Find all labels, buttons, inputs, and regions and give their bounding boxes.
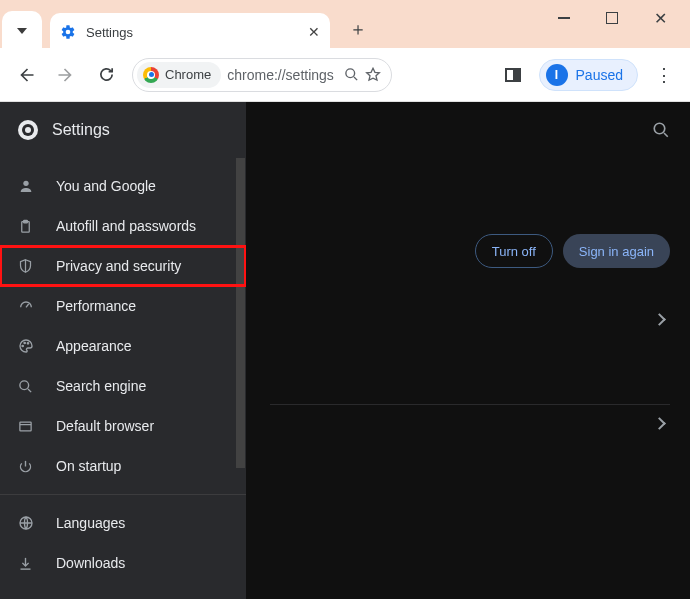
sidebar-item-label: Languages [56, 515, 125, 531]
svg-point-5 [24, 342, 25, 343]
power-icon [18, 459, 38, 474]
turn-off-label: Turn off [492, 244, 536, 259]
sidebar-item-appearance[interactable]: Appearance [0, 326, 246, 366]
sidebar-item-label: Appearance [56, 338, 132, 354]
zoom-icon[interactable] [344, 67, 359, 82]
browser-menu-button[interactable]: ⋮ [650, 61, 678, 89]
sidebar-divider [0, 494, 246, 495]
window-maximize-button[interactable] [600, 6, 624, 30]
sidebar-item-label: Privacy and security [56, 258, 181, 274]
svg-point-10 [654, 123, 665, 134]
download-icon [18, 556, 38, 571]
svg-point-1 [23, 181, 28, 186]
sidebar-item-downloads[interactable]: Downloads [0, 543, 246, 583]
sidebar-item-label: Autofill and passwords [56, 218, 196, 234]
settings-sidebar: Settings You and Google Autofill and pas… [0, 102, 246, 599]
window-minimize-button[interactable] [552, 6, 576, 30]
search-icon [18, 379, 38, 394]
sidebar-item-label: Search engine [56, 378, 146, 394]
sidebar-item-label: You and Google [56, 178, 156, 194]
chrome-logo-icon [143, 67, 159, 83]
sidebar-item-autofill[interactable]: Autofill and passwords [0, 206, 246, 246]
chrome-outline-icon [18, 120, 38, 140]
sidebar-item-label: Default browser [56, 418, 154, 434]
turn-off-button[interactable]: Turn off [475, 234, 553, 268]
palette-icon [18, 338, 38, 354]
paused-label: Paused [576, 67, 623, 83]
svg-point-6 [27, 343, 28, 344]
new-tab-button[interactable]: ＋ [344, 15, 372, 43]
sidebar-item-languages[interactable]: Languages [0, 503, 246, 543]
forward-button[interactable] [52, 61, 80, 89]
svg-point-0 [346, 69, 355, 78]
browser-toolbar: Chrome chrome://settings I Paused ⋮ [0, 48, 690, 102]
svg-point-4 [22, 345, 23, 346]
chevron-right-icon [655, 414, 664, 432]
shield-icon [18, 258, 38, 274]
gear-icon [60, 24, 76, 40]
window-close-button[interactable]: ✕ [648, 6, 672, 30]
chevron-down-icon [17, 28, 27, 34]
content-row-link-1[interactable] [655, 302, 664, 336]
sidebar-header: Settings [0, 102, 246, 158]
sidebar-item-default-browser[interactable]: Default browser [0, 406, 246, 446]
svg-rect-8 [20, 422, 31, 431]
sidebar-item-privacy-security[interactable]: Privacy and security [0, 246, 246, 286]
tab-close-button[interactable]: ✕ [308, 24, 320, 40]
reload-button[interactable] [92, 61, 120, 89]
speedometer-icon [18, 298, 38, 314]
browser-tab-settings[interactable]: Settings ✕ [50, 13, 330, 51]
person-icon [18, 178, 38, 194]
address-bar[interactable]: Chrome chrome://settings [132, 58, 392, 92]
side-panel-icon [505, 68, 521, 82]
settings-content: Turn off Sign in again [246, 102, 690, 599]
tab-list-dropdown[interactable] [2, 11, 42, 51]
bookmark-star-icon[interactable] [365, 67, 381, 83]
sign-in-again-button[interactable]: Sign in again [563, 234, 670, 268]
globe-icon [18, 515, 38, 531]
content-divider [270, 404, 670, 405]
sign-in-again-label: Sign in again [579, 244, 654, 259]
sidebar-item-on-startup[interactable]: On startup [0, 446, 246, 486]
sidebar-item-label: Performance [56, 298, 136, 314]
back-button[interactable] [12, 61, 40, 89]
profile-paused-pill[interactable]: I Paused [539, 59, 638, 91]
url-text: chrome://settings [227, 67, 338, 83]
search-settings-button[interactable] [652, 121, 670, 139]
site-identity-chip[interactable]: Chrome [137, 62, 221, 88]
sidebar-item-you-and-google[interactable]: You and Google [0, 166, 246, 206]
site-identity-label: Chrome [165, 67, 211, 82]
svg-rect-3 [24, 220, 28, 223]
sidebar-title: Settings [52, 121, 110, 139]
content-row-link-2[interactable] [655, 406, 664, 440]
svg-point-7 [20, 380, 29, 389]
sidebar-item-performance[interactable]: Performance [0, 286, 246, 326]
browser-window-icon [18, 419, 38, 434]
sidebar-item-search-engine[interactable]: Search engine [0, 366, 246, 406]
sidebar-item-label: On startup [56, 458, 121, 474]
side-panel-button[interactable] [499, 61, 527, 89]
clipboard-icon [18, 219, 38, 234]
tab-title: Settings [86, 25, 298, 40]
avatar: I [546, 64, 568, 86]
chevron-right-icon [655, 310, 664, 328]
sidebar-item-label: Downloads [56, 555, 125, 571]
